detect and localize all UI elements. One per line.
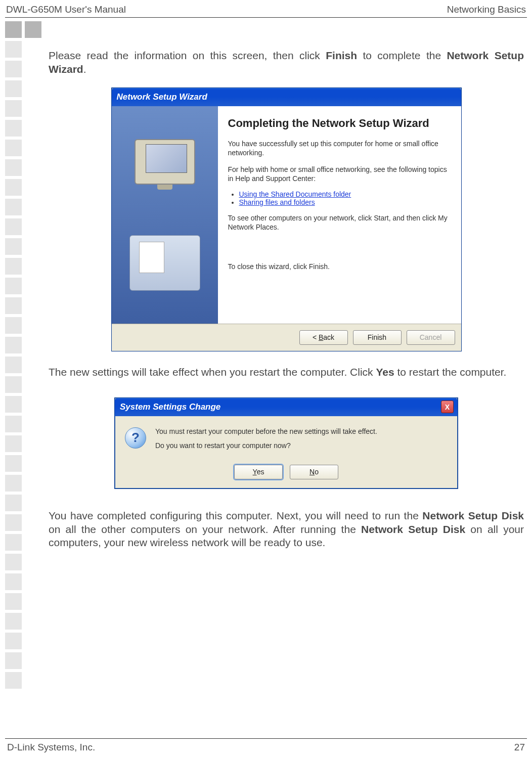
page-footer: D-Link Systems, Inc. 27: [5, 738, 527, 753]
no-button[interactable]: No: [290, 465, 338, 479]
dialog-title-text: System Settings Change: [120, 402, 220, 412]
dialog-text-2: Do you want to restart your computer now…: [155, 441, 377, 450]
finish-button[interactable]: Finish: [353, 330, 402, 345]
yes-button[interactable]: Yes: [234, 465, 283, 479]
network-setup-wizard-window: Network Setup Wizard Completing the Netw…: [111, 87, 462, 351]
wizard-text-1: You have successfully set up this comput…: [228, 139, 451, 157]
cancel-button: Cancel: [407, 330, 455, 345]
section-title: Networking Basics: [447, 4, 526, 15]
printer-icon: [129, 235, 200, 291]
dialog-text-1: You must restart your computer before th…: [155, 427, 377, 435]
dialog-titlebar[interactable]: System Settings Change X: [115, 398, 458, 416]
wizard-text-3: To see other computers on your network, …: [228, 213, 451, 232]
question-icon: ?: [125, 427, 146, 449]
header-divider: [5, 17, 527, 18]
decorative-sidebar: [5, 21, 41, 689]
footer-divider: [5, 738, 527, 739]
instruction-paragraph-2: The new settings will take effect when y…: [49, 366, 524, 379]
system-settings-change-dialog: System Settings Change X ? You must rest…: [114, 397, 458, 489]
wizard-title-text: Network Setup Wizard: [117, 92, 207, 102]
company-name: D-Link Systems, Inc.: [7, 742, 95, 753]
back-button[interactable]: < Back: [299, 330, 348, 345]
manual-title: DWL-G650M User's Manual: [6, 4, 126, 15]
instruction-paragraph-3: You have completed configuring this comp…: [49, 509, 524, 550]
wizard-heading: Completing the Network Setup Wizard: [228, 116, 451, 130]
page-number: 27: [514, 742, 525, 753]
wizard-text-4: To close this wizard, click Finish.: [228, 262, 451, 271]
shared-docs-link[interactable]: Using the Shared Documents folder: [239, 190, 351, 198]
wizard-text-2: For help with home or small office netwo…: [228, 165, 451, 183]
wizard-sidebar-graphic: [112, 106, 218, 324]
sharing-files-link[interactable]: Sharing files and folders: [239, 198, 315, 206]
monitor-icon: [135, 139, 195, 185]
page-header: DWL-G650M User's Manual Networking Basic…: [0, 0, 532, 17]
close-icon[interactable]: X: [441, 400, 454, 413]
wizard-titlebar[interactable]: Network Setup Wizard: [112, 88, 461, 106]
instruction-paragraph-1: Please read the information on this scre…: [49, 49, 524, 76]
